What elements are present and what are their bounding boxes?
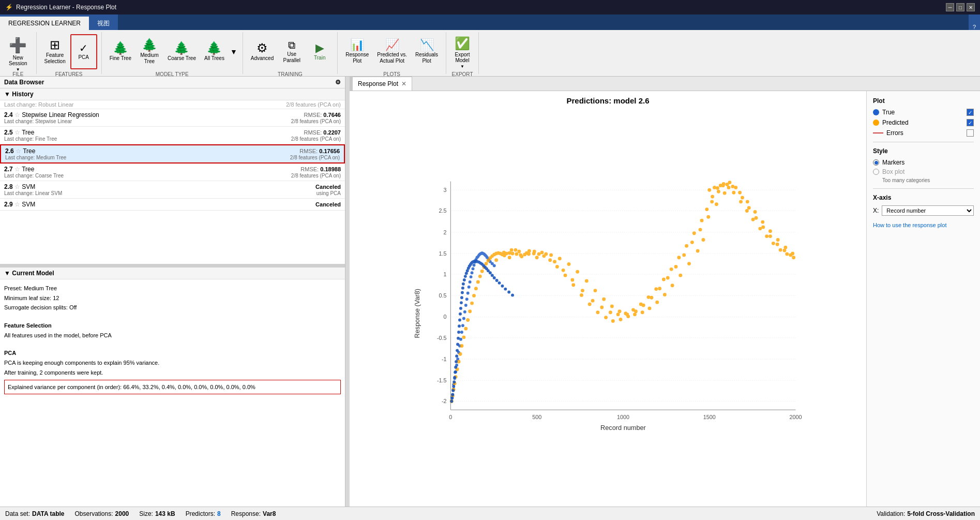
- all-trees-button[interactable]: 🌲 All Trees: [201, 34, 228, 69]
- svg-point-200: [600, 306, 604, 309]
- ribbon: ➕ NewSession ▼ FILE ⊞ FeatureSelection ✓…: [0, 30, 980, 77]
- svg-point-178: [734, 186, 737, 189]
- svg-point-72: [493, 264, 496, 268]
- boxplot-option[interactable]: Box plot: [873, 168, 974, 175]
- errors-checkbox[interactable]: [967, 129, 974, 137]
- svg-point-235: [453, 376, 456, 379]
- size-status: Size: 143 kB: [139, 510, 175, 517]
- svg-point-280: [507, 291, 510, 294]
- sidebar-divider-1: [873, 142, 974, 142]
- svg-point-241: [456, 343, 459, 346]
- svg-point-183: [768, 234, 772, 238]
- legend-true: True ✓: [873, 109, 974, 116]
- svg-point-85: [468, 309, 472, 313]
- predicted-actual-button[interactable]: 📈 Predicted vs.Actual Plot: [373, 34, 411, 69]
- svg-point-88: [474, 287, 478, 290]
- svg-point-141: [738, 191, 742, 195]
- svg-text:-2: -2: [442, 398, 447, 404]
- list-item[interactable]: Last change: Robust Linear 2/8 features …: [0, 100, 345, 109]
- svg-point-213: [700, 219, 704, 222]
- current-model-header[interactable]: ▼ Current Model: [0, 268, 345, 279]
- plot-section-title: Plot: [873, 97, 974, 105]
- file-group-label: FILE: [12, 69, 23, 77]
- svg-point-188: [502, 251, 506, 255]
- svg-point-177: [728, 181, 732, 184]
- svg-point-251: [461, 287, 464, 290]
- data-browser-settings-icon[interactable]: ⚙: [335, 79, 341, 86]
- pca-button[interactable]: ✓ PCA: [70, 34, 97, 69]
- response-plot-tab[interactable]: Response Plot ✕: [353, 77, 412, 91]
- residuals-plot-button[interactable]: 📉 ResidualsPlot: [412, 34, 442, 69]
- advanced-button[interactable]: ⚙ Advanced: [247, 34, 277, 69]
- model-type-group-label: MODEL TYPE: [156, 69, 189, 77]
- svg-point-218: [727, 186, 731, 189]
- list-item[interactable]: 2.4 ☆ Stepwise Linear Regression RMSE: 0…: [0, 109, 345, 127]
- predicted-checkbox[interactable]: ✓: [967, 119, 974, 126]
- panel-separator[interactable]: [345, 77, 350, 507]
- svg-point-193: [535, 256, 539, 259]
- markers-radio[interactable]: [873, 159, 879, 166]
- window-title: Regression Learner - Response Plot: [16, 4, 116, 11]
- svg-point-91: [480, 270, 484, 273]
- svg-point-142: [746, 200, 749, 203]
- ribbon-group-file: ➕ NewSession ▼ FILE: [0, 32, 37, 74]
- maximize-button[interactable]: □: [956, 3, 964, 11]
- new-session-button[interactable]: ➕ NewSession ▼: [4, 34, 32, 69]
- export-group-label: EXPORT: [452, 69, 473, 77]
- true-checkbox[interactable]: ✓: [967, 109, 974, 116]
- svg-point-137: [713, 186, 716, 189]
- tab-view[interactable]: 视图: [89, 17, 118, 30]
- svg-text:1500: 1500: [703, 414, 716, 420]
- coarse-tree-button[interactable]: 🌲 Coarse Tree: [164, 34, 200, 69]
- svg-text:1: 1: [444, 271, 447, 277]
- svg-point-133: [706, 215, 710, 219]
- svg-text:Record number: Record number: [600, 424, 646, 432]
- use-parallel-button[interactable]: ⧉ UseParallel: [278, 34, 305, 69]
- svg-point-205: [639, 303, 643, 306]
- svg-point-273: [489, 271, 492, 274]
- close-button[interactable]: ✕: [967, 3, 975, 11]
- svg-point-234: [453, 380, 456, 383]
- svg-point-147: [783, 246, 787, 249]
- xaxis-select[interactable]: Record number: [882, 205, 974, 216]
- tab-regression-learner[interactable]: REGRESSION LEARNER: [0, 17, 89, 30]
- export-model-button[interactable]: ✅ ExportModel ▼: [450, 34, 474, 69]
- features-group-label: FEATURES: [55, 69, 83, 77]
- response-plot-button[interactable]: 📊 ResponsePlot: [342, 34, 372, 69]
- svg-point-214: [705, 207, 708, 211]
- ribbon-group-features: ⊞ FeatureSelection ✓ PCA FEATURES: [37, 32, 102, 74]
- medium-tree-button[interactable]: 🌲 MediumTree: [136, 34, 163, 69]
- help-button[interactable]: ?: [973, 24, 976, 30]
- boxplot-radio[interactable]: [873, 169, 879, 175]
- list-item[interactable]: 2.7 ☆ Tree RMSE: 0.18988 Last change: Co…: [0, 164, 345, 181]
- list-item[interactable]: 2.5 ☆ Tree RMSE: 0.2207 Last change: Fin…: [0, 127, 345, 144]
- help-link[interactable]: How to use the response plot: [873, 222, 974, 228]
- svg-point-198: [581, 289, 584, 292]
- list-item[interactable]: 2.8 ☆ SVM Canceled Last change: Linear S…: [0, 181, 345, 199]
- svg-point-152: [533, 250, 536, 254]
- minimize-button[interactable]: ─: [946, 3, 954, 11]
- train-button[interactable]: ▶ Train: [306, 34, 333, 69]
- more-models-button[interactable]: ▼: [229, 47, 238, 57]
- fine-tree-button[interactable]: 🌲 Fine Tree: [106, 34, 135, 69]
- data-browser-title: Data Browser: [4, 79, 44, 86]
- svg-point-219: [732, 191, 735, 195]
- list-item[interactable]: 2.9 ☆ SVM Canceled: [0, 199, 345, 211]
- markers-option[interactable]: Markers: [873, 159, 974, 166]
- svg-point-113: [548, 258, 552, 262]
- svg-point-252: [462, 283, 465, 286]
- sidebar-divider-2: [873, 188, 974, 189]
- svg-point-215: [711, 195, 714, 199]
- history-section-header[interactable]: ▼ History: [0, 88, 345, 100]
- list-item-selected[interactable]: 2.6 ☆ Tree RMSE: 0.17656 Last change: Me…: [0, 144, 345, 164]
- feature-selection-button[interactable]: ⊞ FeatureSelection: [41, 34, 69, 69]
- svg-point-126: [650, 296, 653, 300]
- svg-point-130: [682, 253, 686, 257]
- tab-close-button[interactable]: ✕: [401, 80, 406, 87]
- svg-text:-0.5: -0.5: [437, 335, 447, 341]
- current-model-content: Preset: Medium Tree Minimum leaf size: 1…: [0, 279, 345, 398]
- svg-point-150: [517, 250, 521, 254]
- predictors-value[interactable]: 8: [217, 510, 221, 517]
- response-plot-tab-label: Response Plot: [358, 80, 398, 87]
- svg-point-168: [663, 293, 667, 296]
